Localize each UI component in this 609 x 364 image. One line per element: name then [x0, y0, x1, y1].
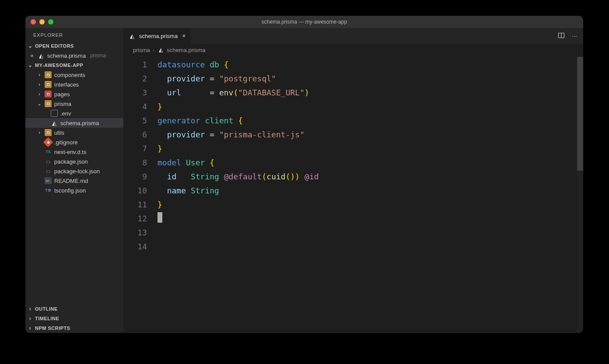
file-item[interactable]: ›M↓README.md: [25, 176, 123, 186]
folder-icon: 🗀: [45, 100, 52, 107]
folder-icon: 🗀: [45, 81, 52, 88]
folder-item[interactable]: ›🗀components: [25, 70, 123, 80]
code-line[interactable]: id String @default(cuid()) @id: [158, 170, 583, 184]
code-line[interactable]: datasource db {: [158, 58, 583, 72]
folder-icon: 🗀: [45, 91, 52, 98]
timeline-header[interactable]: › TIMELINE: [25, 314, 123, 323]
file-item[interactable]: ›{ }package.json: [25, 157, 123, 166]
file-item[interactable]: ›◆.gitignore: [25, 137, 123, 147]
code-editor[interactable]: 1234567891011121314 datasource db { prov…: [123, 57, 583, 333]
file-item[interactable]: ›TSnext-env.d.ts: [25, 147, 123, 157]
code-line[interactable]: [158, 212, 583, 226]
folder-item[interactable]: ›🗀pages: [25, 89, 123, 99]
close-icon[interactable]: ×: [29, 52, 35, 59]
chevron-down-icon: ⌄: [27, 43, 33, 49]
npm-scripts-header[interactable]: › NPM SCRIPTS: [25, 323, 123, 333]
tree-item-label: pages: [54, 91, 70, 98]
split-editor-icon[interactable]: [558, 32, 565, 40]
breadcrumb-part[interactable]: schema.prisma: [167, 47, 205, 53]
chevron-down-icon: ⌄: [27, 62, 33, 68]
file-icon: ◭: [51, 119, 58, 126]
file-icon: ◆: [43, 137, 53, 147]
project-header[interactable]: ⌄ MY-AWESOME-APP: [25, 60, 123, 70]
line-number: 4: [123, 100, 147, 114]
breadcrumbs[interactable]: prisma › ◭ schema.prisma: [123, 44, 583, 57]
line-number: 6: [123, 128, 147, 142]
code-line[interactable]: provider = "prisma-client-js": [158, 128, 583, 142]
code-line[interactable]: }: [158, 100, 583, 114]
scrollbar-track[interactable]: [577, 57, 583, 333]
npm-scripts-label: NPM SCRIPTS: [35, 326, 70, 331]
chevron-right-icon: ›: [27, 306, 33, 312]
chevron-right-icon: ›: [37, 81, 42, 88]
file-item[interactable]: ›.env: [25, 108, 123, 118]
code-content[interactable]: datasource db { provider = "postgresql" …: [158, 57, 583, 333]
tree-item-label: next-env.d.ts: [54, 149, 86, 155]
chevron-right-icon: ›: [37, 72, 42, 78]
folder-item[interactable]: ›🗀interfaces: [25, 80, 123, 89]
more-actions-icon[interactable]: ···: [572, 32, 577, 39]
window-close-button[interactable]: [31, 19, 36, 24]
chevron-right-icon: ›: [27, 315, 33, 322]
chevron-right-icon: ›: [37, 91, 42, 97]
code-line[interactable]: }: [158, 142, 583, 156]
file-item[interactable]: ›T⚙tsconfig.json: [25, 186, 123, 195]
open-editor-folder: prisma: [90, 52, 106, 59]
folder-item[interactable]: ⌄🗀prisma: [25, 99, 123, 108]
file-icon: [51, 110, 58, 117]
project-label: MY-AWESOME-APP: [35, 63, 83, 68]
close-icon[interactable]: ×: [182, 32, 186, 39]
chevron-right-icon: ›: [27, 325, 33, 331]
line-number: 2: [123, 72, 147, 86]
tree-item-label: schema.prisma: [60, 120, 99, 126]
text-cursor: [158, 212, 162, 223]
open-editors-label: OPEN EDITORS: [35, 43, 74, 49]
code-line[interactable]: model User {: [158, 156, 583, 170]
line-number: 14: [123, 240, 147, 254]
tree-item-label: prisma: [54, 101, 71, 107]
tree-item-label: .env: [60, 110, 71, 117]
chevron-right-icon: ›: [37, 130, 42, 136]
editor-area: ◭ schema.prisma × ··· prisma ›: [123, 28, 583, 333]
breadcrumb-part[interactable]: prisma: [133, 47, 150, 53]
file-item[interactable]: ›◭schema.prisma: [25, 118, 123, 128]
code-line[interactable]: provider = "postgresql": [158, 72, 583, 86]
outline-label: OUTLINE: [35, 306, 58, 312]
line-number: 9: [123, 170, 147, 184]
titlebar[interactable]: schema.prisma — my-awesome-app: [25, 16, 583, 28]
open-editor-item[interactable]: × ◭ schema.prisma prisma: [25, 51, 123, 60]
code-line[interactable]: url = env("DATABASE_URL"): [158, 86, 583, 100]
tree-item-label: package.json: [54, 158, 88, 165]
tree-item-label: package-lock.json: [54, 168, 100, 175]
window-maximize-button[interactable]: [48, 19, 53, 24]
folder-item[interactable]: ›🗀utils: [25, 128, 123, 137]
folder-icon: 🗀: [45, 129, 52, 136]
editor-window: schema.prisma — my-awesome-app EXPLORER …: [25, 16, 583, 333]
line-number: 13: [123, 226, 147, 240]
file-tree: ›🗀components›🗀interfaces›🗀pages⌄🗀prisma›…: [25, 70, 123, 195]
prisma-icon: ◭: [129, 32, 136, 39]
line-gutter: 1234567891011121314: [123, 57, 158, 333]
tree-item-label: tsconfig.json: [54, 187, 86, 194]
prisma-icon: ◭: [157, 46, 164, 53]
chevron-right-icon: ›: [153, 47, 154, 53]
tab-schema-prisma[interactable]: ◭ schema.prisma ×: [123, 28, 191, 44]
file-icon: T⚙: [45, 187, 52, 194]
open-editors-header[interactable]: ⌄ OPEN EDITORS: [25, 41, 123, 51]
file-icon: { }: [45, 168, 52, 175]
file-icon: TS: [45, 148, 52, 155]
open-editor-filename: schema.prisma: [47, 52, 86, 59]
code-line[interactable]: generator client {: [158, 114, 583, 128]
code-line[interactable]: name String: [158, 184, 583, 198]
file-item[interactable]: ›{ }package-lock.json: [25, 166, 123, 176]
window-minimize-button[interactable]: [39, 19, 45, 24]
tree-item-label: README.md: [54, 178, 88, 184]
outline-header[interactable]: › OUTLINE: [25, 304, 123, 314]
tree-item-label: utils: [54, 130, 64, 136]
code-line[interactable]: }: [158, 198, 583, 212]
line-number: 12: [123, 212, 147, 226]
prisma-icon: ◭: [38, 52, 45, 59]
timeline-label: TIMELINE: [35, 316, 59, 321]
window-title: schema.prisma — my-awesome-app: [25, 19, 583, 25]
scrollbar-thumb[interactable]: [577, 57, 583, 171]
